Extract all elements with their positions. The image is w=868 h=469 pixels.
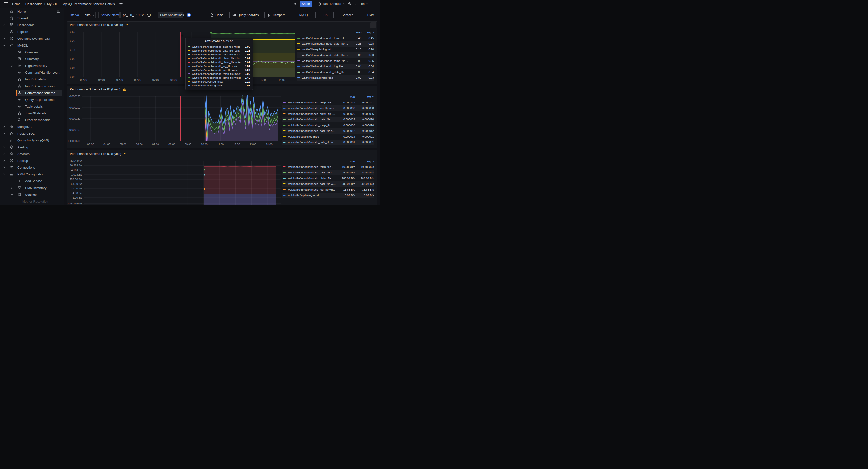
chevron-right-icon[interactable] <box>3 152 6 155</box>
sidebar-item-starred[interactable]: Starred <box>0 15 64 22</box>
chevron-right-icon[interactable] <box>3 132 6 135</box>
legend-row-wait-io-file-innodb-innodb-temp-file-write[interactable]: wait/io/file/innodb/innodb_temp_file wri… <box>282 164 374 170</box>
legend-row-wait-io-file-innodb-innodb-temp-file-misc[interactable]: wait/io/file/innodb/innodb_temp_file mis… <box>282 100 374 105</box>
share-button[interactable]: Share <box>300 1 312 7</box>
chevron-down-icon[interactable] <box>3 44 6 47</box>
sidebar-item-add-service[interactable]: Add Service <box>0 178 64 184</box>
sidebar-item-other-dashboards[interactable]: Other dashboards <box>0 117 64 123</box>
legend-row-wait-io-file-innodb-innodb-temp-file-write[interactable]: wait/io/file/innodb/innodb_temp_file wri… <box>297 35 374 41</box>
sidebar-item-pmm-inventory[interactable]: PMM Inventory <box>0 184 64 191</box>
sidebar-item-table-details[interactable]: Table details <box>0 103 64 110</box>
legend-row-wait-io-file-innodb-innodb-data-file-write[interactable]: wait/io/file/innodb/innodb_data_file wri… <box>282 181 374 187</box>
nav-button-mysql[interactable]: MySQL <box>291 12 312 19</box>
chevron-right-icon[interactable] <box>3 37 6 40</box>
chevron-right-icon[interactable] <box>3 166 6 169</box>
legend-row-wait-io-file-innodb-innodb-data-file-misc[interactable]: wait/io/file/innodb/innodb_data_file mis… <box>282 117 374 123</box>
pmm-annotations-toggle[interactable] <box>187 13 191 17</box>
legend-row-wait-io-file-innodb-innodb-temp-file-write[interactable]: wait/io/file/innodb/innodb_temp_file wri… <box>282 122 374 128</box>
sidebar-item-query-response-time[interactable]: Query response time <box>0 96 64 103</box>
star-icon[interactable] <box>119 2 123 6</box>
nav-button-query-analytics[interactable]: Query Analytics <box>229 12 261 19</box>
collapse-topbar-icon[interactable] <box>373 2 377 6</box>
refresh-icon[interactable] <box>354 2 358 6</box>
breadcrumb-home[interactable]: Home <box>12 2 21 6</box>
legend-sort-max[interactable]: max <box>338 95 355 98</box>
legend-sort-max[interactable]: max <box>338 160 355 163</box>
interval-variable-label[interactable]: Interval <box>67 12 82 19</box>
legend-row-wait-io-file-innodb-innodb-data-file-write[interactable]: wait/io/file/innodb/innodb_data_file wri… <box>297 52 374 58</box>
zoom-out-icon[interactable] <box>348 2 352 6</box>
legend-row-wait-io-file-innodb-innodb-log-file-misc[interactable]: wait/io/file/innodb/innodb_log_file misc… <box>282 105 374 111</box>
nav-button-services[interactable]: Services <box>334 12 356 19</box>
sidebar-item-high-availability[interactable]: High availability <box>0 62 64 69</box>
sidebar-item-overview[interactable]: Overview <box>0 49 64 56</box>
legend-row-wait-io-file-innodb-innodb-dblwr-file-misc[interactable]: wait/io/file/innodb/innodb_dblwr_file mi… <box>282 111 374 117</box>
legend-row-wait-io-file-sql-binlog-read[interactable]: wait/io/file/sql/binlog read 3.07 B/s 3.… <box>282 193 374 198</box>
nav-button-ha[interactable]: HA <box>315 12 330 19</box>
legend-sort-max[interactable]: max <box>351 31 362 34</box>
legend-row-wait-io-file-innodb-innodb-data-file-read[interactable]: wait/io/file/innodb/innodb_data_file rea… <box>282 128 374 134</box>
chevron-right-icon[interactable] <box>3 146 6 149</box>
menu-toggle-icon[interactable] <box>4 2 8 6</box>
chevron-down-icon[interactable] <box>3 173 6 176</box>
legend-row-wait-io-file-innodb-innodb-data-file-misc[interactable]: wait/io/file/innodb/innodb_data_file mis… <box>297 69 374 75</box>
chevron-right-icon[interactable] <box>10 64 13 67</box>
nav-button-home[interactable]: Home <box>207 12 226 19</box>
sidebar-item-home[interactable]: Home <box>0 8 64 15</box>
sidebar-item-summary[interactable]: Summary <box>0 56 64 62</box>
panel-menu-icon[interactable] <box>370 22 376 28</box>
breadcrumb-dashboards[interactable]: Dashboards <box>26 2 42 6</box>
load-chart[interactable]: 0.0002500.0002000.0001500.0001000.000050… <box>67 86 297 149</box>
sidebar-item-mongodb[interactable]: MongoDB <box>0 123 64 130</box>
bytes-chart[interactable]: 65.54 kB/s16.38 kB/s4.10 kB/s1.02 kB/s25… <box>67 151 297 205</box>
legend-sort-avg[interactable]: avg <box>355 160 374 163</box>
legend-row-wait-io-file-innodb-innodb-log-file-write[interactable]: wait/io/file/innodb/innodb_log_file writ… <box>282 187 374 193</box>
chevron-right-icon[interactable] <box>3 125 6 128</box>
panel-title[interactable]: Performance Schema File IO (Load) <box>70 88 126 91</box>
breadcrumb-mysql[interactable]: MySQL <box>47 2 58 6</box>
legend-row-wait-io-file-innodb-innodb-dblwr-file-write[interactable]: wait/io/file/innodb/innodb_dblwr_file wr… <box>282 176 374 181</box>
sidebar-item-performance-schema[interactable]: Performance schema <box>0 89 64 96</box>
sidebar-item-alerting[interactable]: Alerting <box>0 144 64 151</box>
refresh-interval-picker[interactable]: 1m <box>361 2 368 6</box>
service-name-variable-label[interactable]: Service Name <box>98 12 120 19</box>
sidebar-item-backup[interactable]: Backup <box>0 157 64 164</box>
time-range-picker[interactable]: Last 12 hours <box>317 2 346 6</box>
sidebar-item-query-analytics-qan[interactable]: Query Analytics (QAN) <box>0 137 64 144</box>
sidebar-item-innodb-details[interactable]: InnoDB details <box>0 76 64 83</box>
chevron-right-icon[interactable] <box>3 159 6 162</box>
sidebar-item-connections[interactable]: Connections <box>0 164 64 171</box>
legend-row-wait-io-file-innodb-innodb-temp-file-misc[interactable]: wait/io/file/innodb/innodb_temp_file mis… <box>297 58 374 64</box>
legend-row-wait-io-file-sql-binlog-read[interactable]: wait/io/file/sql/binlog read 0.03 0.03 <box>297 75 374 81</box>
sidebar-item-tokudb-details[interactable]: TokuDB details <box>0 110 64 117</box>
sidebar-item-metrics-resolution[interactable]: Metrics Resolution <box>0 198 64 205</box>
panel-title[interactable]: Performance Schema File IO (Bytes) <box>70 152 127 156</box>
legend-row-wait-io-file-sql-binlog-misc[interactable]: wait/io/file/sql/binlog misc 0.000014 0.… <box>282 134 374 139</box>
legend-row-wait-io-file-innodb-innodb-data-file-read[interactable]: wait/io/file/innodb/innodb_data_file rea… <box>297 41 374 47</box>
legend-row-wait-io-file-sql-binlog-misc[interactable]: wait/io/file/sql/binlog misc 0.10 0.10 <box>297 46 374 52</box>
sidebar-item-dashboards[interactable]: Dashboards <box>0 22 64 28</box>
chevron-right-icon[interactable] <box>10 186 13 189</box>
panel-title[interactable]: Performance Schema File IO (Events) <box>70 23 129 27</box>
interval-variable-value[interactable]: auto <box>82 12 96 19</box>
sidebar-item-pmm-configuration[interactable]: PMM Configuration <box>0 171 64 178</box>
nav-button-pmm[interactable]: PMM <box>359 12 377 19</box>
sidebar-item-explore[interactable]: Explore <box>0 28 64 35</box>
chevron-right-icon[interactable] <box>3 24 6 26</box>
events-chart[interactable]: 0.500.250.130.060.030.0203:0004:0005:000… <box>67 22 297 84</box>
sidebar-item-settings[interactable]: Settings <box>0 191 64 198</box>
legend-row-wait-io-file-innodb-innodb-data-file-read[interactable]: wait/io/file/innodb/innodb_data_file rea… <box>282 170 374 176</box>
service-name-variable-value[interactable]: ps_8.0_3.19.228.7_1 <box>120 12 154 19</box>
nav-button-compare[interactable]: Compare <box>265 12 288 19</box>
legend-row-wait-io-file-innodb-innodb-log-file-misc[interactable]: wait/io/file/innodb/innodb_log_file misc… <box>297 64 374 69</box>
sidebar-item-operating-system-os[interactable]: Operating System (OS) <box>0 35 64 42</box>
sidebar-item-innodb-compression[interactable]: InnoDB compression <box>0 83 64 89</box>
dashboard-settings-icon[interactable] <box>293 2 297 6</box>
legend-row-wait-io-file-innodb-innodb-data-file-write[interactable]: wait/io/file/innodb/innodb_data_file wri… <box>282 139 374 145</box>
sidebar-item-mysql[interactable]: MySQL <box>0 42 64 49</box>
chevron-down-icon[interactable] <box>10 193 13 196</box>
legend-sort-avg[interactable]: avg <box>355 95 374 98</box>
sidebar-item-postgresql[interactable]: PostgreSQL <box>0 130 64 137</box>
legend-sort-avg[interactable]: avg <box>362 31 374 34</box>
collapse-sidebar-icon[interactable] <box>57 9 61 13</box>
